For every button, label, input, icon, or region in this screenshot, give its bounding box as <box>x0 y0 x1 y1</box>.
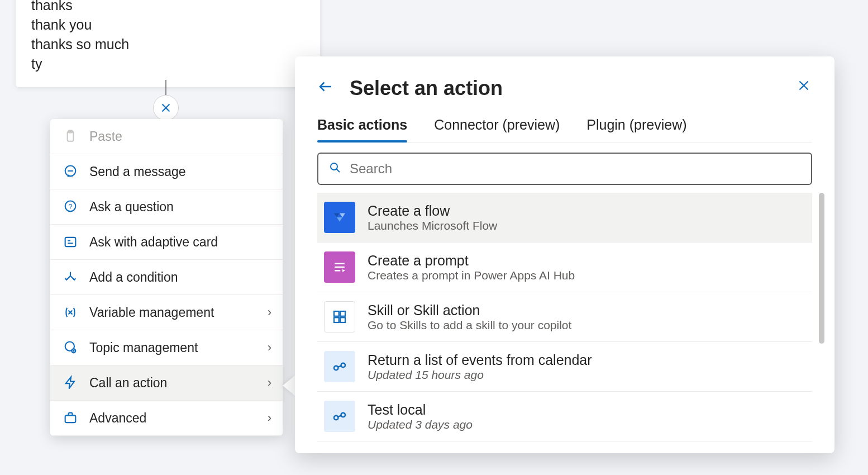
menu-label: Variable management <box>89 305 214 320</box>
clipboard-icon <box>61 127 79 145</box>
svg-point-20 <box>331 163 337 170</box>
chevron-right-icon: › <box>268 411 271 425</box>
action-subtitle: Creates a prompt in Power Apps AI Hub <box>368 269 575 282</box>
action-title: Test local <box>368 402 473 418</box>
action-title: Skill or Skill action <box>368 302 571 319</box>
menu-label: Add a condition <box>89 270 178 285</box>
card-icon <box>61 233 79 251</box>
action-subtitle: Go to Skills to add a skill to your copi… <box>368 319 571 332</box>
skill-icon <box>324 301 355 332</box>
action-subtitle: Updated 15 hours ago <box>368 368 592 382</box>
topic-icon <box>61 339 79 357</box>
back-button[interactable] <box>317 78 334 99</box>
action-title: Return a list of events from calendar <box>368 352 592 368</box>
menu-item-condition[interactable]: Add a condition <box>50 260 283 295</box>
menu-item-variable[interactable]: Variable management › <box>50 295 283 330</box>
close-icon <box>160 102 172 114</box>
menu-item-advanced[interactable]: Advanced › <box>50 401 283 436</box>
action-create-flow[interactable]: Create a flow Launches Microsoft Flow <box>317 193 812 243</box>
question-icon: ? <box>61 198 79 216</box>
chat-icon <box>61 163 79 180</box>
menu-label: Topic management <box>89 340 198 355</box>
tab-connector[interactable]: Connector (preview) <box>434 117 560 142</box>
variable-icon <box>61 303 79 321</box>
menu-label: Send a message <box>89 164 186 179</box>
flyout-pointer <box>283 376 295 396</box>
chevron-right-icon: › <box>268 305 271 320</box>
action-title: Create a prompt <box>368 253 575 269</box>
menu-item-adaptive-card[interactable]: Ask with adaptive card <box>50 225 283 260</box>
svg-marker-23 <box>337 217 342 222</box>
search-box[interactable] <box>317 153 812 185</box>
svg-rect-29 <box>334 311 339 316</box>
action-skill[interactable]: Skill or Skill action Go to Skills to ad… <box>317 292 812 342</box>
menu-label: Paste <box>89 129 122 144</box>
menu-label: Advanced <box>89 411 146 426</box>
menu-item-call-action[interactable]: Call an action › <box>50 365 283 401</box>
lightning-icon <box>61 374 79 392</box>
panel-header: Select an action <box>317 77 812 100</box>
menu-item-paste[interactable]: Paste <box>50 119 283 154</box>
panel-title: Select an action <box>350 77 503 100</box>
menu-item-ask-question[interactable]: ? Ask a question <box>50 189 283 225</box>
flow-icon <box>324 202 355 233</box>
svg-point-37 <box>341 413 346 417</box>
action-subtitle: Updated 3 days ago <box>368 418 473 431</box>
panel-tabs: Basic actions Connector (preview) Plugin… <box>317 117 812 142</box>
branch-icon <box>61 268 79 286</box>
phrase-item: thanks <box>31 0 304 15</box>
svg-rect-8 <box>65 238 76 246</box>
menu-item-send-message[interactable]: Send a message <box>50 154 283 189</box>
svg-point-33 <box>334 366 338 370</box>
svg-marker-24 <box>340 213 345 218</box>
svg-marker-15 <box>66 377 74 389</box>
action-events[interactable]: Return a list of events from calendar Up… <box>317 342 812 392</box>
svg-rect-32 <box>340 317 345 322</box>
search-input[interactable] <box>350 161 801 177</box>
briefcase-icon <box>61 409 79 427</box>
svg-text:?: ? <box>68 202 72 211</box>
action-subtitle: Launches Microsoft Flow <box>368 219 497 232</box>
chevron-right-icon: › <box>268 376 271 390</box>
action-list: Create a flow Launches Microsoft Flow Cr… <box>317 193 812 441</box>
tab-plugin[interactable]: Plugin (preview) <box>586 117 686 142</box>
menu-label: Call an action <box>89 376 167 391</box>
svg-rect-30 <box>340 311 345 316</box>
svg-rect-16 <box>65 415 76 422</box>
svg-line-21 <box>337 169 340 173</box>
svg-marker-28 <box>342 269 345 272</box>
svg-rect-31 <box>334 317 339 322</box>
node-context-menu: Paste Send a message ? Ask a question As… <box>50 119 283 436</box>
trigger-phrases-card: thanks thank you thanks so much ty <box>16 0 320 87</box>
action-picker-panel: Select an action Basic actions Connector… <box>295 56 834 453</box>
cloud-flow-icon <box>324 401 355 432</box>
prompt-icon <box>324 251 355 283</box>
close-button[interactable] <box>797 78 811 97</box>
add-node-button-closed[interactable] <box>153 95 179 121</box>
action-test-local[interactable]: Test local Updated 3 days ago <box>317 392 812 441</box>
search-icon <box>328 161 342 177</box>
phrase-item: ty <box>31 54 304 74</box>
action-create-prompt[interactable]: Create a prompt Creates a prompt in Powe… <box>317 243 812 292</box>
phrase-item: thank you <box>31 15 304 35</box>
svg-point-34 <box>341 363 346 368</box>
menu-label: Ask a question <box>89 200 174 215</box>
tab-basic-actions[interactable]: Basic actions <box>317 117 407 142</box>
menu-item-topic[interactable]: Topic management › <box>50 330 283 365</box>
menu-label: Ask with adaptive card <box>89 235 218 250</box>
arrow-left-icon <box>317 78 334 95</box>
svg-marker-22 <box>334 213 340 218</box>
phrase-item: thanks so much <box>31 35 304 54</box>
cloud-flow-icon <box>324 351 355 382</box>
action-title: Create a flow <box>368 203 497 219</box>
chevron-right-icon: › <box>268 340 271 355</box>
svg-point-36 <box>334 416 338 420</box>
scrollbar[interactable] <box>819 193 824 344</box>
close-icon <box>797 78 811 93</box>
